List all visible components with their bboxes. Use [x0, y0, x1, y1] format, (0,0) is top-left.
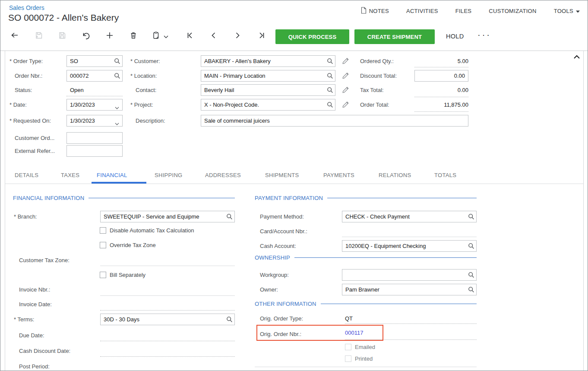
terms-field[interactable]: 30D - 30 Days [100, 314, 235, 325]
magnifier-icon[interactable] [327, 73, 333, 80]
files-menu-item[interactable]: FILES [455, 8, 472, 14]
edit-project-pencil-icon[interactable] [341, 101, 349, 110]
printed-checkbox[interactable]: Printed [345, 355, 373, 362]
branch-field[interactable]: SWEETEQUIP - Service and Equipme [100, 211, 235, 222]
override-tax-zone-checkbox[interactable]: Override Tax Zone [100, 242, 156, 248]
next-record-button[interactable] [230, 29, 245, 44]
magnifier-icon[interactable] [468, 213, 474, 221]
owner-field[interactable]: Pam Brawner [342, 284, 477, 295]
orig-order-nbr-link[interactable]: 000117 [345, 330, 363, 336]
magnifier-icon[interactable] [468, 272, 474, 279]
order-type-label: * Order Type: [9, 58, 43, 64]
order-type-field[interactable]: SO [66, 55, 123, 67]
orig-order-type-label: Orig. Order Type: [260, 315, 303, 322]
cash-account-field[interactable]: 10200EQ - Equipment Checking [342, 240, 477, 252]
description-value: Sale of commercial juicers [204, 117, 270, 124]
external-ref-field[interactable] [66, 145, 123, 157]
magnifier-icon[interactable] [226, 316, 233, 324]
save-and-close-icon [35, 31, 43, 41]
section-rule [321, 304, 477, 304]
payment-method-value: CHECK - Check Payment [345, 213, 410, 220]
magnifier-icon[interactable] [327, 58, 333, 66]
tab-details[interactable]: DETAILS [15, 172, 38, 178]
requested-on-field[interactable]: 1/30/2023 [66, 115, 123, 127]
first-record-button[interactable] [183, 29, 197, 44]
date-field[interactable]: 1/30/2023 [66, 99, 123, 111]
magnifier-icon[interactable] [327, 101, 333, 109]
emailed-checkbox[interactable]: Emailed [345, 344, 375, 350]
sales-order-screen: Sales Orders SO 000072 - Allen's Bakery … [0, 0, 588, 371]
edit-location-pencil-icon[interactable] [341, 72, 349, 81]
tab-relations[interactable]: RELATIONS [379, 172, 411, 178]
create-shipment-button[interactable]: CREATE SHIPMENT [354, 29, 435, 44]
checkbox-unchecked[interactable] [100, 242, 106, 248]
branch-value: SWEETEQUIP - Service and Equipme [104, 213, 199, 220]
payment-method-field[interactable]: CHECK - Check Payment [342, 211, 477, 222]
save-and-close-button[interactable] [32, 29, 46, 44]
previous-record-button[interactable] [206, 29, 221, 44]
order-nbr-field[interactable]: 000072 [66, 70, 123, 82]
activities-menu-item[interactable]: ACTIVITIES [406, 8, 438, 14]
quick-process-button[interactable]: QUICK PROCESS [275, 29, 349, 44]
tabbar-divider [5, 184, 583, 184]
orig-order-nbr-underline [345, 339, 477, 340]
disable-tax-checkbox[interactable]: Disable Automatic Tax Calculation [100, 227, 194, 234]
bill-separately-checkbox[interactable]: Bill Separately [100, 272, 145, 278]
contact-field[interactable]: Beverly Hail [201, 84, 335, 96]
discount-total-value: 0.00 [454, 73, 465, 79]
collapse-summary-button[interactable] [573, 53, 580, 61]
magnifier-icon[interactable] [468, 286, 474, 294]
customer-order-field[interactable] [66, 132, 123, 144]
tools-menu-item[interactable]: TOOLS [554, 8, 580, 14]
activities-label: ACTIVITIES [406, 8, 438, 14]
tab-shipping[interactable]: SHIPPING [155, 172, 183, 178]
customer-field[interactable]: ABAKERY - Allen's Bakery [201, 55, 335, 67]
chevron-down-icon[interactable] [115, 120, 119, 127]
location-label: * Location: [130, 73, 157, 79]
other-information-section-header: OTHER INFORMATION [255, 301, 477, 307]
checkbox-unchecked[interactable] [100, 272, 106, 278]
magnifier-icon[interactable] [327, 87, 333, 95]
save-button[interactable] [55, 29, 70, 44]
edit-customer-pencil-icon[interactable] [341, 57, 349, 67]
edit-contact-pencil-icon[interactable] [341, 86, 349, 95]
previous-record-icon [209, 31, 218, 41]
tab-shipments[interactable]: SHIPMENTS [265, 172, 299, 178]
tab-financial[interactable]: FINANCIAL [97, 172, 127, 178]
payment-information-title: PAYMENT INFORMATION [255, 195, 323, 201]
status-label: Status: [15, 87, 32, 93]
last-record-button[interactable] [254, 29, 269, 44]
payment-method-label: Payment Method: [260, 213, 304, 220]
back-button[interactable] [7, 29, 22, 44]
tab-taxes[interactable]: TAXES [61, 172, 79, 178]
tab-payments[interactable]: PAYMENTS [323, 172, 354, 178]
checkbox-unchecked[interactable] [100, 227, 106, 234]
discount-total-field[interactable]: 0.00 [414, 70, 468, 82]
order-total-label: Order Total: [360, 101, 389, 108]
chevron-down-icon[interactable] [115, 104, 119, 111]
more-actions-button[interactable]: ··· [477, 30, 491, 40]
undo-button[interactable] [79, 29, 93, 44]
customer-label: * Customer: [130, 58, 160, 64]
cash-account-label: Cash Account: [260, 243, 296, 249]
add-record-button[interactable] [102, 29, 117, 44]
bill-separately-label: Bill Separately [110, 272, 145, 278]
tab-totals[interactable]: TOTALS [434, 172, 456, 178]
project-field[interactable]: X - Non-Project Code. [201, 99, 335, 111]
customization-menu-item[interactable]: CUSTOMIZATION [489, 8, 536, 14]
workgroup-field[interactable] [342, 269, 477, 281]
hold-button[interactable]: HOLD [446, 33, 464, 40]
breadcrumb[interactable]: Sales Orders [9, 4, 44, 11]
delete-record-button[interactable] [126, 29, 141, 44]
magnifier-icon[interactable] [468, 243, 474, 251]
magnifier-icon[interactable] [114, 58, 120, 66]
magnifier-icon[interactable] [114, 73, 120, 80]
project-label: * Project: [130, 101, 153, 108]
magnifier-icon[interactable] [226, 213, 233, 221]
description-field[interactable]: Sale of commercial juicers [201, 115, 468, 127]
clipboard-dropdown-button[interactable] [161, 29, 171, 44]
tab-addresses[interactable]: ADDRESSES [205, 172, 241, 178]
ordered-qty-label: Ordered Qty.: [360, 58, 394, 64]
notes-menu-item[interactable]: NOTES [360, 7, 389, 15]
location-field[interactable]: MAIN - Primary Location [201, 70, 335, 82]
